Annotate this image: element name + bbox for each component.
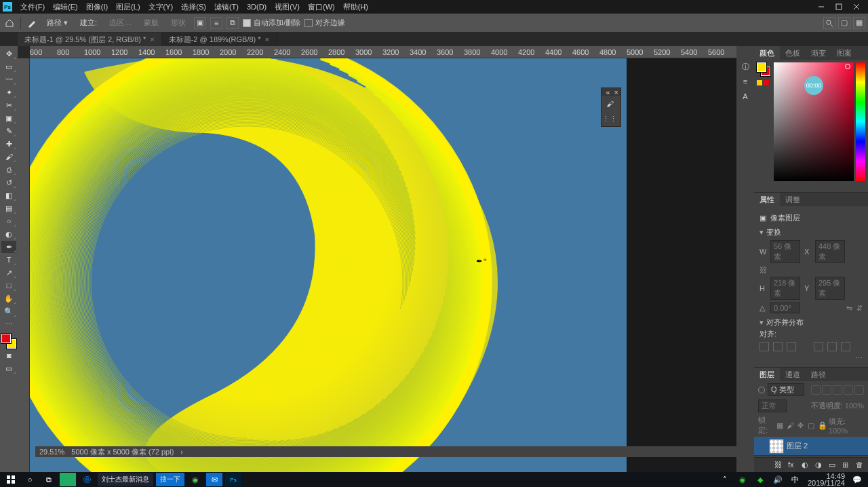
- layer-name[interactable]: 图层 2: [787, 441, 808, 451]
- notifications-icon[interactable]: 💬: [849, 473, 865, 486]
- browser-icon[interactable]: ◉: [187, 473, 203, 486]
- panel-tab-adjust[interactable]: 调整: [780, 193, 806, 206]
- filter-pixel-icon[interactable]: [811, 385, 821, 395]
- panel-tab-color[interactable]: 颜色: [754, 46, 780, 60]
- flip-h-icon[interactable]: ⇋: [846, 304, 852, 313]
- path-select-icon[interactable]: ↗: [1, 267, 16, 279]
- tray-audio-icon[interactable]: 🔊: [770, 473, 786, 486]
- win-min[interactable]: [812, 1, 830, 13]
- marquee-tool-icon[interactable]: ▭: [1, 60, 16, 73]
- info-panel-icon[interactable]: ⓘ: [738, 60, 752, 73]
- quickmask-icon[interactable]: ◙: [1, 349, 16, 362]
- panel-color-swatches[interactable]: [757, 62, 770, 76]
- lock-artboard-icon[interactable]: ▢: [808, 421, 815, 429]
- blend-mode[interactable]: 正常: [758, 400, 787, 412]
- mask-icon[interactable]: ◐: [802, 461, 811, 470]
- pen-tool-icon[interactable]: ✒: [1, 241, 16, 253]
- opt-path[interactable]: 路径 ▾: [43, 18, 72, 28]
- align-bottom-icon[interactable]: [841, 342, 850, 351]
- align-top-icon[interactable]: [814, 342, 823, 351]
- filter-adjust-icon[interactable]: [822, 385, 831, 395]
- cb-autoadd[interactable]: [243, 19, 251, 27]
- align-hcenter-icon[interactable]: [773, 342, 783, 351]
- panel-tab-gradients[interactable]: 渐变: [806, 46, 831, 60]
- menu-edit[interactable]: 编辑(E): [49, 2, 82, 12]
- group-icon[interactable]: ▭: [829, 461, 838, 470]
- close-icon[interactable]: ×: [265, 35, 269, 43]
- path-bool-icon[interactable]: ▣: [194, 17, 206, 29]
- move-tool-icon[interactable]: ✥: [1, 47, 16, 60]
- doc-tab-1[interactable]: 未标题-1 @ 29.5% (图层 2, RGB/8) *×: [18, 33, 162, 46]
- gamut-warn-icon[interactable]: [757, 80, 762, 85]
- menu-layer[interactable]: 图层(L): [112, 2, 144, 12]
- menu-help[interactable]: 帮助(H): [339, 2, 372, 12]
- menu-image[interactable]: 图像(I): [82, 2, 112, 12]
- panel-tab-channels[interactable]: 通道: [780, 368, 806, 381]
- panel-tab-swatches[interactable]: 色板: [780, 46, 806, 60]
- field-y[interactable]: 295 像素: [815, 277, 845, 300]
- paragraph-panel-icon[interactable]: ≡: [738, 75, 752, 88]
- taskbar-search[interactable]: 搜一下: [156, 473, 184, 486]
- ie-icon[interactable]: ⓔ: [79, 473, 95, 486]
- home-icon[interactable]: [3, 16, 16, 30]
- color-swatches[interactable]: [1, 334, 16, 349]
- menu-window[interactable]: 窗口(W): [304, 2, 339, 12]
- layer-row[interactable]: 图层 2: [754, 437, 868, 456]
- opacity-value[interactable]: 100%: [845, 402, 864, 410]
- stamp-tool-icon[interactable]: ⎙: [1, 163, 16, 176]
- floating-panel[interactable]: «× 🖌 ⋮⋮: [601, 87, 621, 127]
- frame-icon[interactable]: ▢: [838, 17, 850, 29]
- chevron-down-icon[interactable]: ▾: [760, 228, 764, 236]
- ruler-horizontal[interactable]: 6008001000120014001600180020002200240026…: [30, 46, 736, 58]
- hue-slider[interactable]: [856, 62, 865, 181]
- tray-antivirus-icon[interactable]: ◆: [752, 473, 768, 486]
- adjustment-icon[interactable]: ◑: [815, 461, 825, 470]
- opt-selection[interactable]: 选区…: [105, 18, 136, 28]
- lasso-tool-icon[interactable]: 〰: [1, 73, 16, 85]
- link-wh-icon[interactable]: ⛓: [760, 266, 767, 274]
- doc-tab-2[interactable]: 未标题-2 @ 189%(RGB/8) *×: [162, 33, 277, 46]
- start-icon[interactable]: [3, 473, 19, 486]
- taskview-icon[interactable]: ⧉: [41, 473, 57, 486]
- layer-thumb[interactable]: [769, 439, 784, 454]
- type-tool-icon[interactable]: T: [1, 254, 16, 266]
- panel-tab-layers[interactable]: 图层: [754, 368, 780, 381]
- menu-type[interactable]: 文字(Y): [144, 2, 178, 12]
- new-layer-icon[interactable]: ⊞: [842, 461, 852, 470]
- field-w[interactable]: 56 像素: [770, 240, 800, 263]
- menu-view[interactable]: 视图(V): [271, 2, 304, 12]
- panel-tab-properties[interactable]: 属性: [754, 193, 780, 206]
- path-align-icon[interactable]: ≡: [210, 17, 222, 29]
- win-close[interactable]: [848, 1, 865, 13]
- pen-tool-icon[interactable]: [25, 16, 39, 30]
- color-field[interactable]: 00:00: [774, 62, 854, 181]
- field-x[interactable]: 448 像素: [815, 240, 845, 263]
- field-angle[interactable]: 0.00°: [770, 303, 800, 313]
- link-layers-icon[interactable]: ⛓: [774, 461, 784, 470]
- history-brush-icon[interactable]: ↺: [1, 176, 16, 189]
- tray-ime-icon[interactable]: 中: [787, 473, 804, 486]
- gradient-tool-icon[interactable]: ▤: [1, 202, 16, 214]
- brush-tool-icon[interactable]: 🖌: [1, 151, 16, 163]
- fx-icon[interactable]: fx: [788, 461, 797, 470]
- opt-mask[interactable]: 蒙版: [140, 18, 163, 28]
- trash-icon[interactable]: 🗑: [856, 461, 865, 470]
- lock-position-icon[interactable]: ✥: [797, 421, 805, 429]
- filter-shape-icon[interactable]: [844, 385, 853, 395]
- mail-icon[interactable]: ✉: [206, 473, 222, 486]
- app-icon[interactable]: [60, 473, 76, 486]
- eraser-tool-icon[interactable]: ◧: [1, 189, 16, 201]
- visibility-icon[interactable]: [757, 442, 766, 451]
- align-vcenter-icon[interactable]: [827, 342, 837, 351]
- chevron-right-icon[interactable]: ›: [180, 448, 183, 456]
- search-icon[interactable]: [823, 17, 835, 29]
- ruler-vertical[interactable]: [18, 58, 30, 472]
- transform-section[interactable]: 变换: [766, 228, 781, 236]
- tray-360-icon[interactable]: ◉: [734, 473, 751, 486]
- wand-tool-icon[interactable]: ✦: [1, 86, 16, 98]
- chevron-down-icon[interactable]: ▾: [760, 318, 764, 326]
- lock-trans-icon[interactable]: ▦: [776, 421, 784, 429]
- cortana-icon[interactable]: ○: [22, 473, 38, 486]
- panel-tab-patterns[interactable]: 图案: [831, 46, 857, 60]
- cb-alignedge[interactable]: [304, 19, 313, 27]
